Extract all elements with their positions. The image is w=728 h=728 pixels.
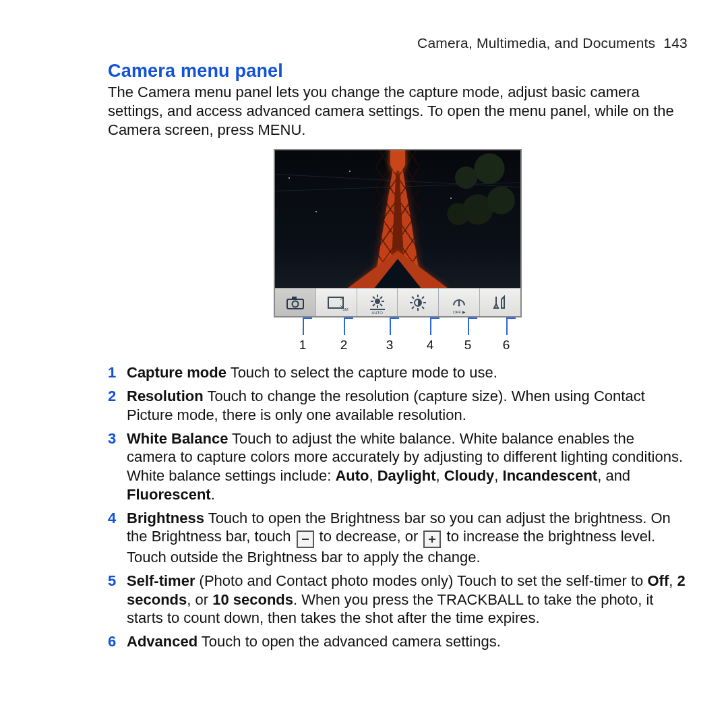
svg-rect-3 (328, 297, 343, 308)
capture-mode-button[interactable] (275, 289, 316, 316)
text-run: , (369, 467, 377, 484)
resolution-sublabel: 3M (342, 307, 348, 311)
manual-page: Camera, Multimedia, and Documents 143 Ca… (0, 0, 728, 728)
svg-rect-2 (292, 297, 297, 300)
photo-preview (275, 150, 520, 289)
figure-callouts: 1 2 3 4 5 6 (274, 317, 522, 353)
plus-icon (423, 530, 441, 548)
list-item: 4Brightness Touch to open the Brightness… (108, 509, 688, 567)
svg-line-22 (412, 307, 414, 309)
camera-menu-figure: 3M AUTO OFF ▶ (274, 149, 522, 353)
text-run: Daylight (377, 467, 436, 484)
self-timer-button[interactable]: OFF ▶ (439, 289, 480, 316)
text-run: Off (647, 572, 669, 589)
list-item-body: White Balance Touch to adjust the white … (127, 429, 688, 504)
text-run: Fluorescent (127, 486, 211, 503)
text-run: Touch to select the capture mode to use. (226, 364, 497, 381)
list-item-title: Brightness (127, 510, 204, 526)
camera-preview-screenshot: 3M AUTO OFF ▶ (274, 149, 522, 317)
text-run: , (494, 467, 502, 484)
minus-icon (297, 530, 314, 548)
brightness-icon (409, 294, 427, 311)
list-item-title: Self-timer (127, 572, 195, 589)
list-item-body: Brightness Touch to open the Brightness … (127, 509, 688, 567)
list-item-title: Capture mode (127, 364, 226, 381)
list-item-number: 1 (108, 363, 127, 382)
list-item: 6Advanced Touch to open the advanced cam… (108, 632, 688, 651)
sun-icon (369, 294, 386, 311)
list-item: 1Capture mode Touch to select the captur… (108, 363, 688, 382)
camera-icon (286, 296, 304, 309)
section-intro: The Camera menu panel lets you change th… (108, 83, 688, 140)
list-item-number: 2 (108, 387, 127, 406)
timer-sublabel: OFF ▶ (439, 309, 479, 314)
text-run: to decrease, or (315, 528, 423, 545)
resolution-button[interactable]: 3M (316, 289, 357, 316)
text-run: , (436, 467, 444, 484)
list-item: 2Resolution Touch to change the resoluti… (108, 387, 688, 424)
svg-line-12 (373, 304, 375, 306)
list-item-body: Advanced Touch to open the advanced came… (127, 632, 688, 651)
advanced-button[interactable] (480, 289, 520, 316)
text-run: , and (597, 467, 630, 484)
list-item: 3White Balance Touch to adjust the white… (108, 429, 688, 504)
list-item-number: 5 (108, 572, 127, 590)
text-run: . (211, 486, 215, 503)
text-run: Touch to change the resolution (capture … (127, 388, 645, 423)
text-run: Cloudy (444, 467, 495, 484)
tree-silhouette (443, 150, 520, 241)
timer-icon (451, 295, 467, 310)
callout-4: 4 (423, 338, 437, 353)
list-item-number: 3 (108, 429, 127, 448)
callout-6: 6 (499, 338, 513, 353)
text-run: 10 seconds (212, 591, 293, 608)
svg-line-20 (422, 307, 424, 309)
text-run: Incandescent (503, 467, 598, 484)
svg-line-11 (380, 297, 382, 299)
list-item-title: Advanced (127, 633, 198, 650)
svg-point-4 (375, 299, 380, 304)
white-balance-button[interactable]: AUTO (357, 289, 398, 316)
text-run: , (669, 572, 677, 589)
list-item-body: Capture mode Touch to select the capture… (127, 363, 688, 382)
callout-5: 5 (461, 338, 475, 353)
camera-menu-bar: 3M AUTO OFF ▶ (275, 288, 520, 316)
svg-line-19 (412, 297, 414, 299)
page-number: 143 (663, 35, 688, 51)
brightness-button[interactable] (398, 289, 439, 316)
tools-icon (492, 295, 508, 311)
list-item-number: 6 (108, 632, 127, 651)
text-run: Touch to open the advanced camera settin… (198, 633, 501, 650)
svg-point-1 (292, 301, 298, 307)
page-header: Camera, Multimedia, and Documents 143 (108, 35, 688, 51)
svg-line-21 (422, 297, 424, 299)
callout-2: 2 (337, 338, 351, 353)
callout-1: 1 (296, 338, 309, 353)
chapter-title: Camera, Multimedia, and Documents (417, 35, 655, 51)
list-item-title: White Balance (127, 430, 228, 447)
svg-line-9 (373, 297, 375, 299)
text-run: (Photo and Contact photo modes only) Tou… (195, 572, 647, 589)
section-title: Camera menu panel (108, 61, 688, 82)
list-item-body: Resolution Touch to change the resolutio… (127, 387, 688, 424)
wb-sublabel: AUTO (357, 311, 398, 315)
text-run: Auto (335, 467, 369, 484)
svg-line-10 (380, 304, 382, 306)
list-item-body: Self-timer (Photo and Contact photo mode… (127, 572, 688, 628)
svg-point-24 (458, 304, 460, 306)
list-item: 5Self-timer (Photo and Contact photo mod… (108, 572, 688, 628)
description-list: 1Capture mode Touch to select the captur… (108, 363, 688, 650)
callout-3: 3 (383, 338, 396, 353)
list-item-number: 4 (108, 509, 127, 528)
text-run: , or (187, 591, 212, 608)
list-item-title: Resolution (127, 388, 204, 404)
